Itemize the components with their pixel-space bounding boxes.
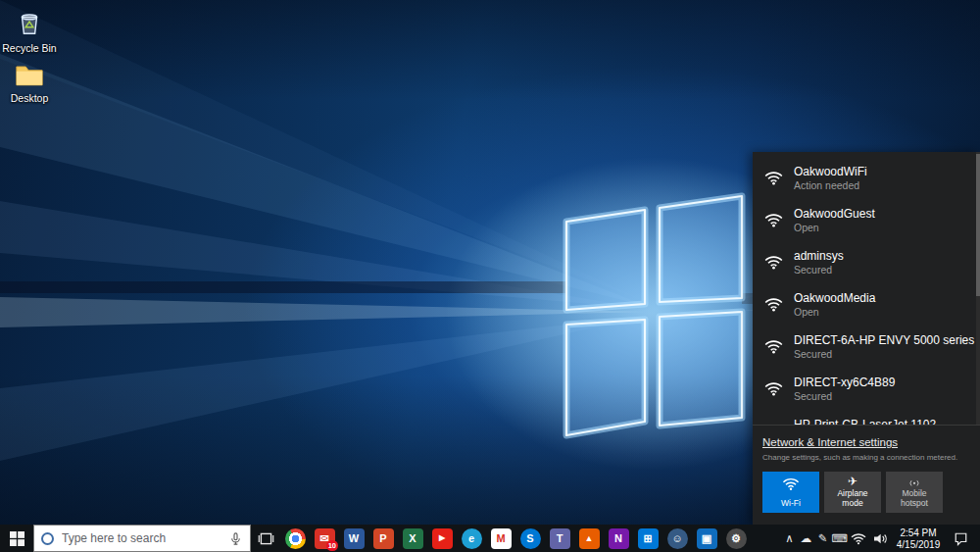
flyout-scrollbar-thumb[interactable] [976, 154, 980, 296]
wifi-network-item-oakwoodwifi[interactable]: OakwoodWiFi Action needed [753, 157, 980, 199]
network-settings-link[interactable]: Network & Internet settings [762, 436, 898, 448]
wifi-network-flyout: OakwoodWiFi Action needed OakwoodGuest O… [753, 152, 980, 525]
photos-icon: ▣ [697, 528, 717, 549]
wifi-network-name: DIRECT-xy6C4B89 [794, 376, 895, 389]
settings-icon: ⚙ [726, 528, 747, 549]
tray-expand-chevron-icon[interactable]: ∧ [781, 525, 798, 552]
wifi-icon [764, 297, 783, 312]
network-settings-caption: Change settings, such as making a connec… [762, 453, 970, 462]
desktop-folder-label: Desktop [2, 92, 57, 104]
recycle-bin-shortcut[interactable]: Recycle Bin [2, 8, 57, 54]
wifi-icon [764, 255, 783, 270]
wifi-network-item-adminsys[interactable]: adminsys Secured [753, 241, 980, 283]
system-tray: ∧ ☁ ✎ ⌨ 2:54 PM 4/15/2019 [781, 525, 980, 552]
wifi-tile[interactable]: Wi-Fi [762, 472, 819, 513]
quick-action-tiles: Wi-Fi ✈ Airplane mode Mobile hotspot [753, 465, 980, 525]
store-glyph: ⊞ [643, 533, 652, 544]
wifi-network-status: Secured [794, 348, 974, 361]
wifi-icon [764, 213, 783, 227]
mobile-hotspot-icon [906, 477, 923, 487]
taskbar-app-chrome[interactable] [280, 525, 310, 552]
wifi-network-name: OakwoodGuest [794, 207, 875, 221]
taskbar-app-settings[interactable]: ⚙ [721, 525, 751, 552]
taskbar-app-word[interactable]: W [339, 525, 368, 552]
search-placeholder: Type here to search [62, 531, 220, 545]
onedrive-icon[interactable]: ☁ [798, 525, 814, 552]
task-view-icon [258, 530, 274, 547]
taskbar-search[interactable]: Type here to search [33, 525, 251, 552]
volume-icon[interactable] [869, 525, 891, 552]
flyout-scrollbar[interactable] [976, 152, 980, 425]
desktop-folder-shortcut[interactable]: Desktop [2, 61, 57, 104]
wifi-network-name: OakwoodMedia [794, 291, 875, 305]
vlc-icon: ▲ [579, 528, 600, 549]
airplane-icon: ✈ [848, 476, 858, 487]
people-glyph: ☺ [671, 533, 682, 544]
gmail-glyph: M [496, 533, 505, 544]
taskbar-app-edge[interactable]: e [457, 525, 486, 552]
wifi-network-item-hp-print[interactable]: HP-Print-CB-LaserJet 1102 Open [753, 410, 980, 425]
powerpoint-icon: P [373, 528, 394, 549]
taskbar-app-powerpoint[interactable]: P [368, 525, 398, 552]
windows-desktop: Recycle Bin Desktop OakwoodWiFi Action n… [0, 0, 980, 552]
wifi-network-status: Open [794, 222, 875, 234]
taskbar-app-gmail[interactable]: M [486, 525, 515, 552]
skype-glyph: S [526, 533, 533, 544]
powerpoint-glyph: P [379, 533, 386, 544]
clock-date: 4/15/2019 [891, 539, 946, 551]
pen-icon[interactable]: ✎ [814, 525, 831, 552]
airplane-mode-tile[interactable]: ✈ Airplane mode [824, 472, 881, 513]
taskbar-app-store[interactable]: ⊞ [633, 525, 662, 552]
youtube-icon: ▶ [432, 528, 453, 549]
wifi-network-name: HP-Print-CB-LaserJet 1102 [794, 418, 936, 426]
wifi-network-status: Action needed [794, 179, 867, 192]
youtube-glyph: ▶ [439, 534, 445, 542]
flyout-footer: Network & Internet settings Change setti… [753, 425, 980, 465]
edge-glyph: e [468, 533, 474, 544]
taskbar-app-excel[interactable]: X [398, 525, 427, 552]
folder-icon [15, 61, 44, 87]
microphone-icon[interactable] [228, 531, 243, 546]
mobile-hotspot-tile[interactable]: Mobile hotspot [886, 472, 943, 513]
teams-icon: T [550, 528, 570, 549]
wifi-icon [782, 477, 800, 490]
skype-icon: S [520, 528, 541, 549]
tray-wifi-icon[interactable] [848, 525, 869, 552]
task-view-button[interactable] [251, 525, 280, 552]
wifi-network-item-oakwoodguest[interactable]: OakwoodGuest Open [753, 199, 980, 241]
wifi-network-name: OakwoodWiFi [794, 165, 867, 178]
taskbar-app-vlc[interactable]: ▲ [574, 525, 604, 552]
action-center-button[interactable] [946, 531, 975, 546]
taskbar-app-skype[interactable]: S [515, 525, 545, 552]
wifi-tile-label: Wi-Fi [781, 499, 801, 509]
taskbar-app-onenote[interactable]: N [604, 525, 633, 552]
windows-logo-icon [10, 531, 24, 546]
settings-glyph: ⚙ [731, 533, 741, 544]
wifi-network-list: OakwoodWiFi Action needed OakwoodGuest O… [753, 152, 980, 425]
wifi-network-item-direct-6a[interactable]: DIRECT-6A-HP ENVY 5000 series Secured [753, 326, 980, 368]
wifi-network-item-oakwoodmedia[interactable]: OakwoodMedia Open [753, 283, 980, 326]
taskbar: Type here to search ✉ 10 W P X ▶ e [0, 525, 980, 552]
taskbar-app-photos[interactable]: ▣ [692, 525, 721, 552]
recycle-bin-icon [15, 8, 44, 37]
wifi-network-status: Secured [794, 390, 895, 403]
recycle-bin-label: Recycle Bin [2, 42, 57, 54]
touch-keyboard-icon[interactable]: ⌨ [831, 525, 848, 552]
wifi-network-name: adminsys [794, 249, 844, 263]
taskbar-app-mail[interactable]: ✉ 10 [310, 525, 339, 552]
word-glyph: W [349, 533, 359, 544]
clock-time: 2:54 PM [891, 527, 946, 539]
wifi-network-item-direct-xy[interactable]: DIRECT-xy6C4B89 Secured [753, 368, 980, 410]
taskbar-app-people[interactable]: ☺ [662, 525, 692, 552]
taskbar-clock[interactable]: 2:54 PM 4/15/2019 [891, 526, 946, 551]
start-button[interactable] [0, 525, 33, 552]
mobile-hotspot-tile-label: Mobile hotspot [888, 489, 941, 509]
onenote-icon: N [609, 528, 629, 549]
edge-icon: e [462, 528, 482, 549]
taskbar-app-youtube[interactable]: ▶ [427, 525, 457, 552]
wifi-network-status: Open [794, 306, 875, 319]
action-center-icon [954, 531, 968, 546]
taskbar-app-teams[interactable]: T [545, 525, 574, 552]
vlc-glyph: ▲ [585, 534, 594, 543]
people-icon: ☺ [667, 528, 688, 549]
